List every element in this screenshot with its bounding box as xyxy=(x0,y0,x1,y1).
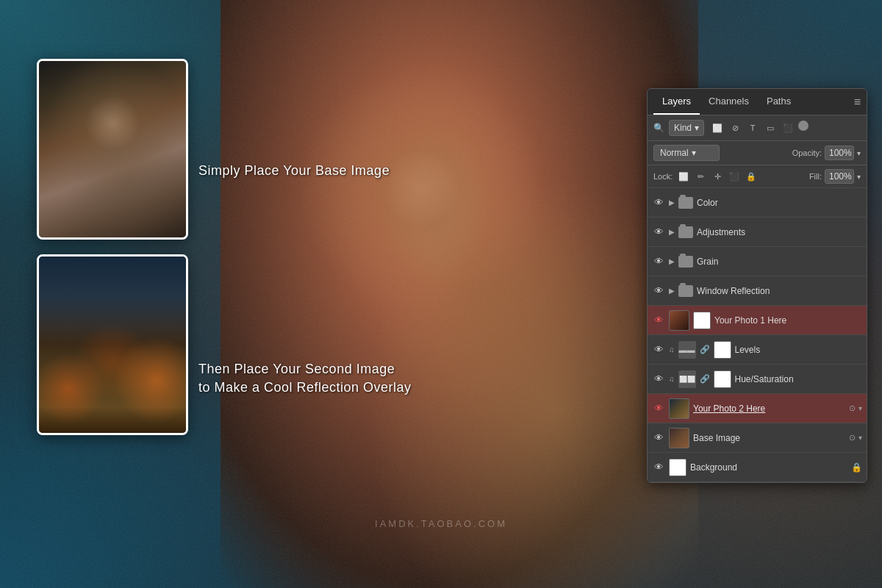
filter-adjust-icon[interactable]: ⊘ xyxy=(728,121,742,135)
lock-artboard-btn[interactable]: ⬛ xyxy=(728,170,741,183)
layer-folder-grain xyxy=(678,256,693,268)
lock-icons: ⬜ ✏ ✛ ⬛ 🔒 xyxy=(677,170,758,183)
instruction-2-text: Then Place Your Second Imageto Make a Co… xyxy=(198,360,412,397)
layer-chain-hue[interactable]: 🔗 xyxy=(700,374,710,384)
filter-toggle-circle[interactable] xyxy=(798,121,808,131)
layer-name-hue: Hue/Saturation xyxy=(735,374,863,384)
tab-channels[interactable]: Channels xyxy=(700,89,758,115)
layer-folder-adjustments xyxy=(678,226,693,238)
sample-frame-1 xyxy=(37,59,188,240)
layer-smart-photo2: ⊙ xyxy=(849,404,856,413)
layer-adj-icon-hue: ⬜⬜ xyxy=(678,370,696,388)
layer-folder-window xyxy=(678,285,693,297)
filter-shape-icon[interactable]: ▭ xyxy=(763,121,778,135)
lock-pixels-btn[interactable]: ✏ xyxy=(694,170,707,183)
layer-adjustments[interactable]: 👁 ▶ Adjustments xyxy=(648,218,867,247)
opacity-arrow[interactable]: ▾ xyxy=(857,149,861,157)
filter-icons: ⬜ ⊘ T ▭ ⬛ xyxy=(710,121,808,135)
layer-base-image[interactable]: 👁 Base Image ⊙ ▾ xyxy=(648,423,867,453)
layer-visibility-levels[interactable]: 👁 xyxy=(652,343,665,356)
sample-photo-2 xyxy=(39,257,186,433)
layer-grain[interactable]: 👁 ▶ Grain xyxy=(648,247,867,276)
layer-name-background: Background xyxy=(690,462,847,473)
layer-smart-base: ⊙ xyxy=(849,433,856,442)
layer-photo2[interactable]: 👁 Your Photo 2 Here ⊙ ▾ xyxy=(648,394,867,423)
blend-mode-row: Normal ▾ Opacity: 100% ▾ xyxy=(648,141,867,165)
layer-visibility-base[interactable]: 👁 xyxy=(652,431,665,445)
layers-list: 👁 ▶ Color 👁 ▶ Adjustments 👁 ▶ Grain 👁 ▶ … xyxy=(648,188,867,482)
layer-visibility-photo1[interactable]: 👁 xyxy=(652,314,665,327)
tab-paths[interactable]: Paths xyxy=(758,89,800,115)
lock-row: Lock: ⬜ ✏ ✛ ⬛ 🔒 Fill: 100% ▾ xyxy=(648,165,867,188)
panel-menu-icon[interactable]: ≡ xyxy=(854,96,861,109)
layer-visibility-adjustments[interactable]: 👁 xyxy=(652,226,665,239)
layer-name-grain: Grain xyxy=(697,257,862,267)
layer-chain-levels[interactable]: 🔗 xyxy=(700,345,710,354)
panel-tabs: Layers Channels Paths ≡ xyxy=(648,89,867,115)
layer-thumb-background xyxy=(669,459,686,476)
watermark: IAMDK.TAOBAO.COM xyxy=(375,518,507,529)
layer-visibility-grain[interactable]: 👁 xyxy=(652,255,665,268)
layer-visibility-window[interactable]: 👁 xyxy=(652,284,665,298)
lock-transparent-btn[interactable]: ⬜ xyxy=(677,170,690,183)
sample-images-container xyxy=(37,59,188,450)
opacity-group: Opacity: 100% ▾ xyxy=(792,146,861,160)
layer-window-reflection[interactable]: 👁 ▶ Window Reflection xyxy=(648,276,867,306)
layer-thumb-photo1 xyxy=(669,310,689,331)
layer-name-photo2: Your Photo 2 Here xyxy=(693,404,845,414)
layers-panel: Layers Channels Paths ≡ 🔍 Kind ▾ ⬜ ⊘ T ▭… xyxy=(647,88,867,483)
layer-arrow-base[interactable]: ▾ xyxy=(858,434,862,442)
instruction-text-2: Then Place Your Second Imageto Make a Co… xyxy=(198,360,412,397)
layer-link-hue: ♫ xyxy=(669,375,675,383)
layer-mask-hue xyxy=(714,370,731,388)
instruction-1-line1: Simply Place Your Base Image xyxy=(198,162,390,180)
layer-thumb-base xyxy=(669,428,689,448)
search-icon[interactable]: 🔍 xyxy=(653,123,664,133)
layer-mask-levels xyxy=(714,341,731,359)
layer-lock-background: 🔒 xyxy=(851,462,862,473)
tab-layers[interactable]: Layers xyxy=(653,89,700,115)
layer-folder-color xyxy=(678,197,693,209)
sample-photo-1 xyxy=(39,61,186,237)
layer-expand-color[interactable]: ▶ xyxy=(669,198,675,207)
layer-expand-adjustments[interactable]: ▶ xyxy=(669,228,675,236)
sample-frame-2 xyxy=(37,254,188,435)
filter-type-icon[interactable]: T xyxy=(745,121,760,135)
layer-link-levels: ♫ xyxy=(669,345,675,354)
layer-visibility-hue[interactable]: 👁 xyxy=(652,373,665,386)
layer-levels[interactable]: 👁 ♫ ▬▬ 🔗 Levels xyxy=(648,335,867,365)
layer-expand-window[interactable]: ▶ xyxy=(669,287,675,295)
filter-pixel-icon[interactable]: ⬜ xyxy=(710,121,725,135)
layer-thumb-photo2 xyxy=(669,398,689,419)
fill-value[interactable]: 100% xyxy=(825,169,854,184)
layer-visibility-color[interactable]: 👁 xyxy=(652,196,665,209)
filter-row: 🔍 Kind ▾ ⬜ ⊘ T ▭ ⬛ xyxy=(648,115,867,141)
layer-mask-photo1 xyxy=(693,312,711,329)
blend-mode-dropdown[interactable]: Normal ▾ xyxy=(653,145,720,161)
lock-all-btn[interactable]: 🔒 xyxy=(745,170,758,183)
layer-photo1[interactable]: 👁 Your Photo 1 Here xyxy=(648,306,867,335)
layer-expand-grain[interactable]: ▶ xyxy=(669,257,675,265)
layer-visibility-background[interactable]: 👁 xyxy=(652,461,665,474)
fill-group: Fill: 100% ▾ xyxy=(809,169,861,184)
instruction-text-1: Simply Place Your Base Image xyxy=(198,162,390,180)
layer-name-base: Base Image xyxy=(693,433,845,443)
layer-adj-icon-levels: ▬▬ xyxy=(678,341,696,359)
layer-background[interactable]: 👁 Background 🔒 xyxy=(648,453,867,482)
layer-arrow-photo2[interactable]: ▾ xyxy=(858,404,862,412)
layer-name-color: Color xyxy=(697,198,862,208)
layer-color[interactable]: 👁 ▶ Color xyxy=(648,188,867,218)
filter-kind-dropdown[interactable]: Kind ▾ xyxy=(669,120,704,136)
lock-position-btn[interactable]: ✛ xyxy=(711,170,724,183)
layer-name-levels: Levels xyxy=(735,345,863,355)
layer-end-icons-base: ⊙ ▾ xyxy=(849,433,862,442)
layer-name-photo1: Your Photo 1 Here xyxy=(714,315,862,326)
filter-smart-icon[interactable]: ⬛ xyxy=(781,121,795,135)
layer-hue-saturation[interactable]: 👁 ♫ ⬜⬜ 🔗 Hue/Saturation xyxy=(648,365,867,394)
layer-visibility-photo2[interactable]: 👁 xyxy=(652,402,665,415)
layer-end-icons-photo2: ⊙ ▾ xyxy=(849,404,862,413)
fill-arrow[interactable]: ▾ xyxy=(857,173,861,181)
layer-name-window: Window Reflection xyxy=(697,286,862,296)
opacity-value[interactable]: 100% xyxy=(825,146,854,160)
layer-name-adjustments: Adjustments xyxy=(697,227,862,237)
